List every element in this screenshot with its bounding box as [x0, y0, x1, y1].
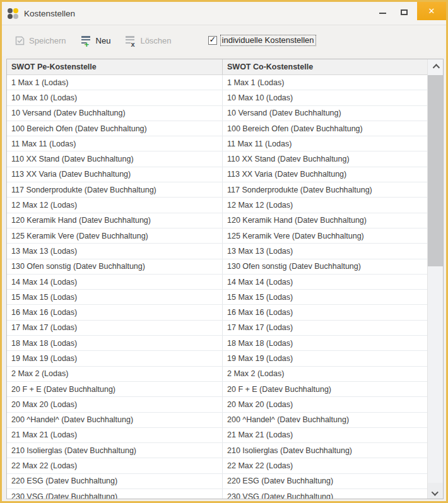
table-row[interactable]: 210 Isolierglas (Datev Buchhaltung) 210 … — [7, 443, 443, 458]
cell-co[interactable]: 11 Max 11 (Lodas) — [223, 136, 427, 151]
cell-co[interactable]: 117 Sonderprodukte (Datev Buchhaltung) — [223, 182, 427, 197]
table-row[interactable]: 113 XX Varia (Datev Buchhaltung) 113 XX … — [7, 167, 443, 182]
cell-pe[interactable]: 22 Max 22 (Lodas) — [7, 458, 223, 473]
cell-pe[interactable]: 130 Ofen sonstig (Datev Buchhaltung) — [7, 259, 223, 274]
vertical-scrollbar[interactable] — [427, 59, 443, 499]
scroll-down-button[interactable] — [428, 483, 443, 499]
toolbar-button-loeschen[interactable]: x Löschen — [126, 35, 171, 46]
table-row[interactable]: 130 Ofen sonstig (Datev Buchhaltung) 130… — [7, 259, 443, 275]
cell-pe[interactable]: 230 VSG (Datev Buchhaltung) — [7, 489, 223, 499]
cell-pe[interactable]: 200 ^Handel^ (Datev Buchhaltung) — [7, 413, 223, 427]
cell-co[interactable]: 113 XX Varia (Datev Buchhaltung) — [223, 167, 427, 182]
cell-co[interactable]: 16 Max 16 (Lodas) — [223, 305, 427, 319]
cell-co[interactable]: 20 Max 20 (Lodas) — [223, 397, 427, 411]
column-header-co[interactable]: SWOT Co-Kostenstelle — [223, 59, 427, 74]
cell-pe[interactable]: 1 Max 1 (Lodas) — [7, 75, 223, 90]
cell-pe[interactable]: 15 Max 15 (Lodas) — [7, 290, 223, 304]
cell-pe[interactable]: 10 Max 10 (Lodas) — [7, 90, 223, 105]
table-row[interactable]: 110 XX Stand (Datev Buchhaltung) 110 XX … — [7, 151, 443, 167]
cell-pe[interactable]: 18 Max 18 (Lodas) — [7, 336, 223, 350]
cell-co[interactable]: 100 Bereich Ofen (Datev Buchhaltung) — [223, 121, 427, 136]
cell-co[interactable]: 125 Keramik Vere (Datev Buchhaltung) — [223, 228, 427, 243]
cell-co[interactable]: 20 F + E (Datev Buchhaltung) — [223, 382, 427, 396]
individuelle-checkbox[interactable]: ✓ individuelle Kostenstellen — [208, 35, 316, 46]
minimize-button[interactable] — [372, 2, 393, 21]
table-row[interactable]: 2 Max 2 (Lodas) 2 Max 2 (Lodas) — [7, 367, 443, 382]
cell-co[interactable]: 21 Max 21 (Lodas) — [223, 428, 427, 442]
column-header-pe[interactable]: SWOT Pe-Kostenstelle — [7, 59, 223, 74]
cell-co[interactable]: 18 Max 18 (Lodas) — [223, 336, 427, 350]
cell-pe[interactable]: 19 Max 19 (Lodas) — [7, 351, 223, 365]
table-row[interactable]: 12 Max 12 (Lodas) 12 Max 12 (Lodas) — [7, 198, 443, 213]
table-row[interactable]: 19 Max 19 (Lodas) 19 Max 19 (Lodas) — [7, 351, 443, 366]
cell-co[interactable]: 210 Isolierglas (Datev Buchhaltung) — [223, 443, 427, 458]
cell-pe[interactable]: 210 Isolierglas (Datev Buchhaltung) — [7, 443, 223, 458]
table-row[interactable]: 100 Bereich Ofen (Datev Buchhaltung) 100… — [7, 121, 443, 136]
cell-co[interactable]: 10 Max 10 (Lodas) — [223, 90, 427, 105]
toolbar-button-speichern[interactable]: Speichern — [15, 35, 66, 46]
cell-pe[interactable]: 21 Max 21 (Lodas) — [7, 428, 223, 442]
cell-pe[interactable]: 120 Keramik Hand (Datev Buchhaltung) — [7, 213, 223, 228]
table-row[interactable]: 10 Versand (Datev Buchhaltung) 10 Versan… — [7, 106, 443, 121]
table-row[interactable]: 10 Max 10 (Lodas) 10 Max 10 (Lodas) — [7, 90, 443, 105]
cell-co[interactable]: 230 VSG (Datev Buchhaltung) — [223, 489, 427, 499]
close-button[interactable]: ✕ — [417, 2, 446, 20]
cell-pe[interactable]: 125 Keramik Vere (Datev Buchhaltung) — [7, 228, 223, 243]
checkbox-label[interactable]: individuelle Kostenstellen — [220, 35, 316, 46]
cell-co[interactable]: 19 Max 19 (Lodas) — [223, 351, 427, 365]
cell-pe[interactable]: 13 Max 13 (Lodas) — [7, 244, 223, 258]
table-row[interactable]: 117 Sonderprodukte (Datev Buchhaltung) 1… — [7, 182, 443, 198]
table-row[interactable]: 230 VSG (Datev Buchhaltung) 230 VSG (Dat… — [7, 489, 443, 499]
table-row[interactable]: 17 Max 17 (Lodas) 17 Max 17 (Lodas) — [7, 321, 443, 336]
table-row[interactable]: 120 Keramik Hand (Datev Buchhaltung) 120… — [7, 213, 443, 228]
cell-pe[interactable]: 220 ESG (Datev Buchhaltung) — [7, 474, 223, 488]
cell-co[interactable]: 10 Versand (Datev Buchhaltung) — [223, 106, 427, 121]
table-row[interactable]: 200 ^Handel^ (Datev Buchhaltung) 200 ^Ha… — [7, 413, 443, 428]
cell-pe[interactable]: 2 Max 2 (Lodas) — [7, 367, 223, 381]
cell-co[interactable]: 1 Max 1 (Lodas) — [223, 75, 427, 90]
cell-pe[interactable]: 16 Max 16 (Lodas) — [7, 305, 223, 319]
table-row[interactable]: 220 ESG (Datev Buchhaltung) 220 ESG (Dat… — [7, 474, 443, 489]
table-row[interactable]: 125 Keramik Vere (Datev Buchhaltung) 125… — [7, 228, 443, 244]
cell-co[interactable]: 14 Max 14 (Lodas) — [223, 275, 427, 289]
cell-co[interactable]: 17 Max 17 (Lodas) — [223, 321, 427, 335]
cell-pe[interactable]: 11 Max 11 (Lodas) — [7, 136, 223, 151]
table-row[interactable]: 15 Max 15 (Lodas) 15 Max 15 (Lodas) — [7, 290, 443, 305]
table-row[interactable]: 20 F + E (Datev Buchhaltung) 20 F + E (D… — [7, 382, 443, 397]
cell-co[interactable]: 130 Ofen sonstig (Datev Buchhaltung) — [223, 259, 427, 274]
table-row[interactable]: 21 Max 21 (Lodas) 21 Max 21 (Lodas) — [7, 428, 443, 443]
cell-co[interactable]: 120 Keramik Hand (Datev Buchhaltung) — [223, 213, 427, 228]
table-row[interactable]: 20 Max 20 (Lodas) 20 Max 20 (Lodas) — [7, 397, 443, 412]
maximize-button[interactable] — [393, 2, 415, 21]
save-icon — [15, 35, 26, 46]
cell-pe[interactable]: 10 Versand (Datev Buchhaltung) — [7, 106, 223, 121]
table-row[interactable]: 11 Max 11 (Lodas) 11 Max 11 (Lodas) — [7, 136, 443, 151]
cell-pe[interactable]: 20 F + E (Datev Buchhaltung) — [7, 382, 223, 396]
cell-pe[interactable]: 117 Sonderprodukte (Datev Buchhaltung) — [7, 182, 223, 197]
cell-co[interactable]: 12 Max 12 (Lodas) — [223, 198, 427, 212]
table-row[interactable]: 1 Max 1 (Lodas) 1 Max 1 (Lodas) — [7, 75, 443, 90]
cell-co[interactable]: 15 Max 15 (Lodas) — [223, 290, 427, 304]
table-row[interactable]: 14 Max 14 (Lodas) 14 Max 14 (Lodas) — [7, 275, 443, 290]
cell-pe[interactable]: 12 Max 12 (Lodas) — [7, 198, 223, 212]
cell-pe[interactable]: 113 XX Varia (Datev Buchhaltung) — [7, 167, 223, 182]
cell-pe[interactable]: 20 Max 20 (Lodas) — [7, 397, 223, 411]
cell-co[interactable]: 220 ESG (Datev Buchhaltung) — [223, 474, 427, 488]
cell-pe[interactable]: 100 Bereich Ofen (Datev Buchhaltung) — [7, 121, 223, 136]
cell-co[interactable]: 200 ^Handel^ (Datev Buchhaltung) — [223, 413, 427, 427]
cell-co[interactable]: 2 Max 2 (Lodas) — [223, 367, 427, 381]
cell-pe[interactable]: 14 Max 14 (Lodas) — [7, 275, 223, 289]
table-row[interactable]: 13 Max 13 (Lodas) 13 Max 13 (Lodas) — [7, 244, 443, 259]
toolbar-button-neu[interactable]: + Neu — [81, 35, 111, 46]
cell-co[interactable]: 13 Max 13 (Lodas) — [223, 244, 427, 258]
checkbox-icon[interactable]: ✓ — [208, 36, 217, 45]
cell-pe[interactable]: 110 XX Stand (Datev Buchhaltung) — [7, 151, 223, 166]
table-row[interactable]: 18 Max 18 (Lodas) 18 Max 18 (Lodas) — [7, 336, 443, 351]
table-row[interactable]: 22 Max 22 (Lodas) 22 Max 22 (Lodas) — [7, 458, 443, 473]
cell-pe[interactable]: 17 Max 17 (Lodas) — [7, 321, 223, 335]
cell-co[interactable]: 22 Max 22 (Lodas) — [223, 458, 427, 473]
table-row[interactable]: 16 Max 16 (Lodas) 16 Max 16 (Lodas) — [7, 305, 443, 320]
cell-co[interactable]: 110 XX Stand (Datev Buchhaltung) — [223, 151, 427, 166]
scroll-up-button[interactable] — [428, 59, 443, 75]
scrollbar-thumb[interactable] — [428, 75, 443, 266]
